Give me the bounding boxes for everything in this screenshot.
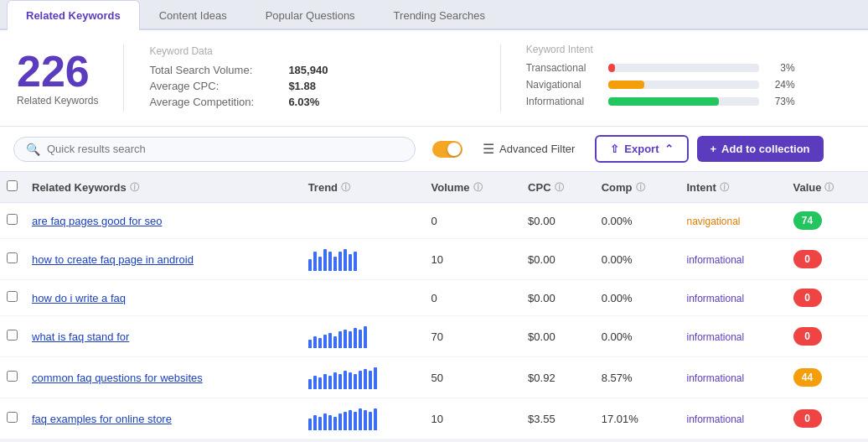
trend-bar <box>333 372 337 389</box>
trend-cell <box>302 280 425 316</box>
trend-bar <box>354 252 357 271</box>
comp-cell: 0.00% <box>595 280 680 316</box>
trend-bar <box>338 374 342 389</box>
tab-related-keywords[interactable]: Related Keywords <box>7 0 140 30</box>
intent-label: informational <box>686 413 744 425</box>
export-button[interactable]: ⇧ Export ⌃ <box>595 135 688 163</box>
keyword-link[interactable]: common faq questions for websites <box>32 372 203 384</box>
keyword-count-block: 226 Related Keywords <box>17 49 98 107</box>
avg-cpc-val: $1.88 <box>288 80 316 92</box>
trend-cell <box>302 239 425 280</box>
select-all-checkbox[interactable] <box>7 180 18 191</box>
trend-bar <box>344 371 347 389</box>
table-row: how do i write a faq 0 $0.00 0.00% infor… <box>0 280 868 316</box>
add-collection-icon: + <box>710 143 717 155</box>
keyword-link[interactable]: are faq pages good for seo <box>32 215 162 227</box>
trend-cell <box>302 357 425 398</box>
trend-bar <box>369 371 372 389</box>
stats-divider-2 <box>500 44 501 112</box>
trend-bar <box>349 331 352 348</box>
advanced-filter-button[interactable]: ☰ Advanced Filter <box>471 135 586 163</box>
search-box[interactable]: 🔍 <box>13 137 416 162</box>
row-select-cell[interactable] <box>0 280 25 316</box>
add-to-collection-button[interactable]: + Add to collection <box>697 136 824 162</box>
value-badge: 0 <box>793 250 822 268</box>
th-related-keywords-help[interactable]: ⓘ <box>130 181 139 194</box>
trend-bar <box>323 374 327 389</box>
trend-bar <box>318 338 322 348</box>
trend-cell <box>302 203 425 239</box>
tab-popular-questions[interactable]: Popular Questions <box>246 0 375 30</box>
trend-bar <box>333 336 337 348</box>
trend-chart <box>308 366 418 389</box>
row-checkbox[interactable] <box>7 412 18 423</box>
th-value-help[interactable]: ⓘ <box>824 181 834 194</box>
th-intent: Intent ⓘ <box>679 172 786 203</box>
keywords-tbody: are faq pages good for seo 0 $0.00 0.00%… <box>0 203 868 439</box>
trend-bar <box>328 415 332 430</box>
select-all-col[interactable] <box>0 172 25 203</box>
cpc-cell: $0.00 <box>521 203 595 239</box>
th-volume: Volume ⓘ <box>425 172 521 203</box>
row-checkbox[interactable] <box>7 330 18 341</box>
filter-icon: ☰ <box>483 141 494 157</box>
value-cell: 44 <box>787 357 868 398</box>
intent-bar-bg <box>608 81 759 89</box>
keyword-link[interactable]: what is faq stand for <box>32 330 129 343</box>
trend-bar <box>328 333 332 348</box>
intent-label: informational <box>686 372 744 384</box>
row-checkbox[interactable] <box>7 371 18 382</box>
search-icon: 🔍 <box>26 143 40 156</box>
keyword-cell: faq examples for online store <box>25 398 302 439</box>
trend-bar <box>313 336 317 348</box>
value-cell: 0 <box>787 280 868 316</box>
th-comp-help[interactable]: ⓘ <box>636 181 645 194</box>
keyword-link[interactable]: how do i write a faq <box>32 292 126 304</box>
trend-bar <box>313 252 317 271</box>
value-cell: 0 <box>787 239 868 280</box>
intent-row: Navigational 24% <box>526 79 851 91</box>
keyword-link[interactable]: how to create faq page in android <box>32 253 194 266</box>
row-checkbox[interactable] <box>7 214 18 225</box>
trend-bar <box>359 408 362 430</box>
intent-bar <box>608 81 644 89</box>
keywords-table: Related Keywords ⓘ Trend ⓘ Volume ⓘ <box>0 172 868 439</box>
row-select-cell[interactable] <box>0 398 25 439</box>
search-input[interactable] <box>47 143 403 155</box>
intent-name: Informational <box>526 96 602 107</box>
avg-comp-row: Average Competition: 6.03% <box>149 96 474 108</box>
row-checkbox[interactable] <box>7 252 18 263</box>
row-checkbox[interactable] <box>7 291 18 302</box>
toggle-wrap[interactable] <box>432 141 462 158</box>
keyword-link[interactable]: faq examples for online store <box>32 413 172 425</box>
table-wrap: Related Keywords ⓘ Trend ⓘ Volume ⓘ <box>0 172 868 439</box>
trend-bar <box>349 372 352 389</box>
th-cpc: CPC ⓘ <box>521 172 595 203</box>
intent-cell: informational <box>679 239 786 280</box>
avg-cpc-row: Average CPC: $1.88 <box>149 80 474 92</box>
toggle-switch[interactable] <box>432 141 462 158</box>
tab-trending-searches[interactable]: Trending Searches <box>375 0 504 30</box>
th-intent-help[interactable]: ⓘ <box>720 181 729 194</box>
th-cpc-help[interactable]: ⓘ <box>555 181 564 194</box>
row-select-cell[interactable] <box>0 239 25 280</box>
trend-bar <box>313 376 317 389</box>
th-trend-help[interactable]: ⓘ <box>341 181 350 194</box>
row-select-cell[interactable] <box>0 357 25 398</box>
row-select-cell[interactable] <box>0 316 25 357</box>
intent-cell: informational <box>679 357 786 398</box>
th-trend: Trend ⓘ <box>302 172 425 203</box>
tab-content-ideas[interactable]: Content Ideas <box>140 0 246 30</box>
total-search-volume-label: Total Search Volume: <box>149 64 283 76</box>
th-cpc-label: CPC <box>528 181 550 194</box>
comp-cell: 17.01% <box>595 398 680 439</box>
th-volume-help[interactable]: ⓘ <box>473 181 483 194</box>
trend-bar <box>354 374 357 389</box>
total-search-volume-row: Total Search Volume: 185,940 <box>149 64 474 76</box>
intent-bar <box>608 97 719 106</box>
th-intent-label: Intent <box>686 181 716 194</box>
cpc-cell: $0.00 <box>521 280 595 316</box>
trend-bar <box>349 254 352 271</box>
row-select-cell[interactable] <box>0 203 25 239</box>
value-badge: 0 <box>793 409 822 428</box>
